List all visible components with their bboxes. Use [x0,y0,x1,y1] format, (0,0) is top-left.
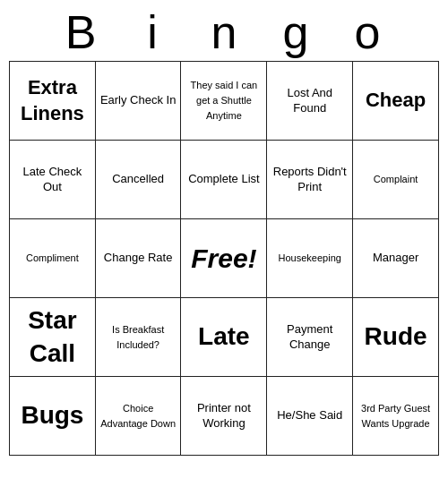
cell-r4-c2: Printer not Working [181,377,267,456]
cell-r2-c4: Manager [353,219,439,298]
cell-r3-c1: Is Breakfast Included? [95,298,181,377]
cell-r2-c3: Housekeeping [267,219,353,298]
cell-r2-c2: Free! [181,219,267,298]
cell-r0-c4: Cheap [353,62,439,141]
title-g: g [260,5,332,59]
cell-r0-c0: Extra Linens [10,62,96,141]
cell-r4-c0: Bugs [10,377,96,456]
cell-r1-c0: Late Check Out [10,141,96,219]
bingo-title: B i n g o [9,0,439,61]
cell-r4-c4: 3rd Party Guest Wants Upgrade [353,377,439,456]
title-n: n [188,5,260,59]
cell-r0-c1: Early Check In [95,62,181,141]
cell-r3-c0: Star Call [10,298,96,377]
bingo-grid: Extra LinensEarly Check InThey said I ca… [9,61,439,456]
cell-r3-c3: Payment Change [267,298,353,377]
cell-r4-c3: He/She Said [267,377,353,456]
cell-r0-c3: Lost And Found [267,62,353,141]
cell-r1-c2: Complete List [181,141,267,219]
cell-r3-c4: Rude [353,298,439,377]
cell-r1-c1: Cancelled [95,141,181,219]
cell-r1-c4: Complaint [353,141,439,219]
title-o: o [332,5,403,59]
cell-r4-c1: Choice Advantage Down [95,377,181,456]
title-i: i [116,5,188,59]
cell-r0-c2: They said I can get a Shuttle Anytime [181,62,267,141]
cell-r2-c1: Change Rate [95,219,181,298]
cell-r3-c2: Late [181,298,267,377]
title-b: B [45,5,116,59]
cell-r1-c3: Reports Didn't Print [267,141,353,219]
cell-r2-c0: Compliment [10,219,96,298]
